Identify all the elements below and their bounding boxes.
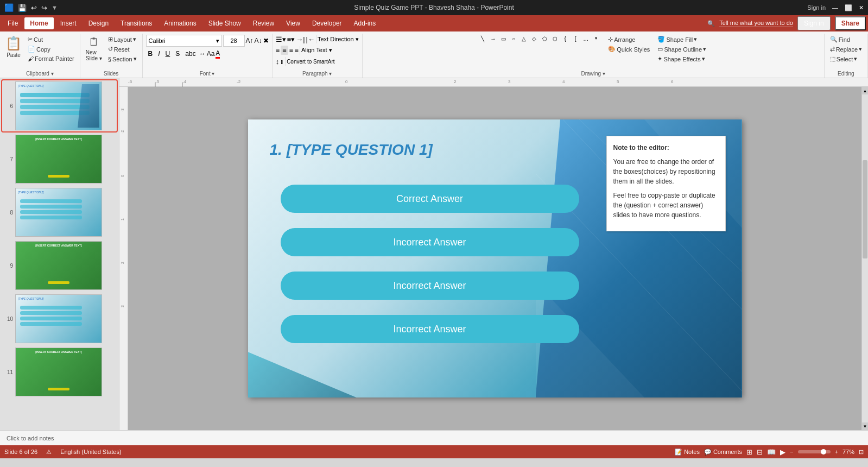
incorrect-answer-btn-1[interactable]: Incorrect Answer	[281, 228, 579, 256]
slide-sorter-icon[interactable]: ⊟	[757, 448, 763, 456]
line-spacing-icon[interactable]: ↕	[276, 58, 280, 66]
slideshow-icon[interactable]: ▶	[780, 448, 785, 456]
restore-icon[interactable]: ⬜	[845, 4, 852, 11]
font-size-input[interactable]: 28	[223, 35, 245, 47]
copy-button[interactable]: 📄 Copy	[26, 45, 77, 54]
menu-item-file[interactable]: File	[2, 17, 23, 29]
shape-rect[interactable]: ▭	[498, 36, 508, 42]
fit-window-icon[interactable]: ⊡	[859, 449, 864, 456]
indent-more-icon[interactable]: →|	[296, 35, 305, 43]
underline-button[interactable]: U	[163, 49, 173, 59]
click-to-add-notes[interactable]: Click to add notes	[7, 435, 54, 441]
notes-area[interactable]: Click to add notes	[0, 430, 868, 445]
zoom-level[interactable]: 77%	[842, 449, 854, 455]
reading-view-icon[interactable]: 📖	[767, 448, 776, 456]
quick-styles-button[interactable]: 🎨 Quick Styles	[606, 45, 652, 54]
align-right-icon[interactable]: ≡	[289, 46, 294, 54]
scroll-up-arrow[interactable]: ▲	[862, 87, 868, 94]
paste-button[interactable]: 📋 Paste	[3, 35, 24, 59]
align-text-button[interactable]: Align Text ▾	[301, 47, 332, 54]
slide-thumb-7[interactable]: 7 [INSERT CORRECT ANSWER TEXT]	[2, 134, 117, 185]
shape-fill-button[interactable]: 🪣 Shape Fill ▾	[655, 35, 708, 44]
menu-item-transitions[interactable]: Transitions	[115, 17, 157, 29]
align-left-icon[interactable]: ≡	[276, 46, 280, 54]
share-button[interactable]: Share	[835, 16, 866, 30]
menu-item-view[interactable]: View	[281, 17, 306, 29]
redo-icon[interactable]: ↪	[41, 4, 47, 12]
shape-bracket[interactable]: [	[571, 36, 580, 42]
format-painter-button[interactable]: 🖌 Format Painter	[26, 54, 77, 63]
language[interactable]: English (United States)	[60, 449, 122, 455]
italic-button[interactable]: I	[156, 49, 162, 59]
text-direction-button[interactable]: Text Direction ▾	[318, 36, 359, 43]
menu-item-insert[interactable]: Insert	[55, 17, 82, 29]
shadow-button[interactable]: abc	[183, 49, 198, 59]
font-color-button[interactable]: A	[216, 49, 220, 59]
menu-item-animations[interactable]: Animations	[159, 17, 201, 29]
menu-item-design[interactable]: Design	[83, 17, 114, 29]
zoom-slider-thumb[interactable]	[821, 449, 826, 455]
font-name-input[interactable]: Calibri ▾	[146, 35, 222, 47]
scroll-thumb[interactable]	[863, 160, 867, 258]
numbered-list-icon[interactable]: ≡▾	[287, 35, 295, 43]
find-button[interactable]: 🔍 Find	[828, 35, 864, 44]
case-button[interactable]: Aa	[207, 50, 215, 58]
incorrect-answer-btn-3[interactable]: Incorrect Answer	[281, 315, 579, 343]
justify-icon[interactable]: ≡	[294, 46, 299, 54]
scroll-down-arrow[interactable]: ▼	[862, 422, 868, 430]
vertical-scrollbar[interactable]: ▲ ▼	[861, 87, 868, 430]
shape-pentagon[interactable]: ⬠	[540, 36, 549, 42]
normal-view-icon[interactable]: ⊞	[746, 448, 752, 456]
bold-button[interactable]: B	[146, 49, 155, 59]
comments-button[interactable]: 💬 Comments	[704, 449, 742, 456]
zoom-in-icon[interactable]: +	[835, 449, 838, 455]
spacing-button[interactable]: ↔	[199, 50, 206, 58]
menu-item-home[interactable]: Home	[24, 17, 53, 29]
bullet-list-icon[interactable]: ☰▾	[276, 35, 286, 43]
replace-button[interactable]: ⇄ Replace ▾	[828, 45, 864, 54]
font-increase-icon[interactable]: A↑	[246, 37, 254, 45]
shape-ellipse[interactable]: ○	[509, 36, 518, 42]
reset-button[interactable]: ↺ Reset	[106, 45, 139, 54]
indent-less-icon[interactable]: |←	[306, 35, 315, 43]
shape-line[interactable]: ╲	[478, 36, 487, 42]
select-button[interactable]: ⬚ Select ▾	[828, 54, 864, 64]
new-slide-button[interactable]: 🗒 New Slide ▾	[84, 35, 104, 62]
arrange-button[interactable]: ⊹ Arrange	[606, 35, 652, 44]
zoom-slider[interactable]	[798, 450, 831, 453]
zoom-out-icon[interactable]: −	[790, 449, 793, 455]
shape-outline-button[interactable]: ▭ Shape Outline ▾	[655, 45, 708, 54]
sign-in-button[interactable]: Sign in	[807, 4, 826, 11]
layout-button[interactable]: ⊞ Layout ▾	[106, 35, 139, 44]
tell-me-input[interactable]: Tell me what you want to do	[719, 20, 793, 27]
slide-thumb-6[interactable]: 6 [TYPE QUESTION 1]	[2, 80, 117, 131]
font-decrease-icon[interactable]: A↓	[255, 37, 262, 45]
save-icon[interactable]: 💾	[18, 4, 27, 12]
shape-diamond[interactable]: ◇	[529, 36, 539, 42]
section-button[interactable]: § Section ▾	[106, 54, 139, 64]
clear-format-icon[interactable]: ✖	[263, 37, 269, 45]
slide-thumb-11[interactable]: 11 [INSERT CORRECT ANSWER TEXT]	[2, 346, 117, 397]
correct-answer-btn[interactable]: Correct Answer	[281, 185, 579, 213]
menu-item-developer[interactable]: Developer	[307, 17, 347, 29]
close-icon[interactable]: ✕	[859, 4, 864, 11]
align-center-icon[interactable]: ≡	[281, 46, 288, 55]
shape-hex[interactable]: ⬡	[550, 36, 560, 42]
cut-button[interactable]: ✂ Cut	[26, 35, 77, 44]
slide-title[interactable]: 1. [TYPE QUESTION 1]	[270, 141, 433, 159]
shape-brace[interactable]: {	[560, 36, 570, 42]
shape-more[interactable]: …	[581, 36, 591, 42]
slide-thumb-9[interactable]: 9 [INSERT CORRECT ANSWER TEXT]	[2, 240, 117, 291]
shape-triangle[interactable]: △	[519, 36, 529, 42]
minimize-icon[interactable]: —	[832, 4, 838, 11]
notes-button[interactable]: 📝 Notes	[675, 449, 700, 456]
incorrect-answer-btn-2[interactable]: Incorrect Answer	[281, 272, 579, 300]
shape-effects-button[interactable]: ✦ Shape Effects ▾	[655, 54, 708, 64]
columns-icon[interactable]: ⫾	[280, 58, 284, 66]
shape-arrow[interactable]: →	[488, 36, 498, 42]
convert-smartart-button[interactable]: Convert to SmartArt	[287, 59, 334, 65]
menu-item-slideshow[interactable]: Slide Show	[203, 17, 246, 29]
signin-button[interactable]: Sign in	[797, 16, 831, 30]
slide-thumb-10[interactable]: 10 [TYPE QUESTION 3]	[2, 293, 117, 344]
shapes-expand[interactable]: ▾	[591, 36, 601, 42]
